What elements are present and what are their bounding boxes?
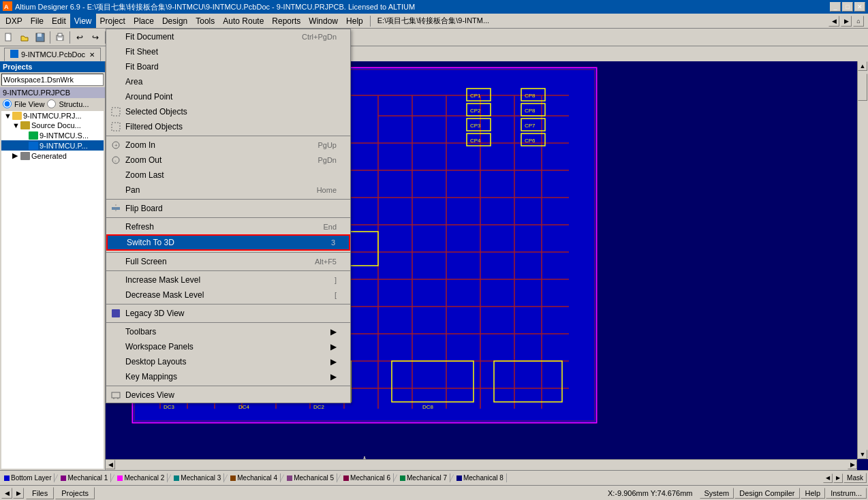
- minimize-button[interactable]: _: [830, 2, 841, 12]
- menu-zoom-in[interactable]: + Zoom In PgUp: [106, 138, 350, 153]
- tb-save[interactable]: [33, 30, 48, 45]
- nav-back[interactable]: ◀: [828, 16, 839, 27]
- maximize-button[interactable]: □: [842, 2, 853, 12]
- close-button[interactable]: ✕: [854, 2, 865, 12]
- menu-window[interactable]: Window: [305, 14, 342, 28]
- tb-new[interactable]: [1, 30, 16, 45]
- switch-to-3d-shortcut: 3: [317, 238, 335, 247]
- menu-area[interactable]: Area: [106, 74, 350, 89]
- btn-help[interactable]: Help: [801, 488, 826, 499]
- scroll-down[interactable]: ▼: [858, 450, 867, 459]
- menu-project[interactable]: Project: [96, 14, 129, 28]
- layer-mech1[interactable]: Mechanical 1: [58, 473, 111, 482]
- tb-open[interactable]: [17, 30, 32, 45]
- workspace-panels-label: Workspace Panels: [125, 342, 193, 351]
- menu-selected-objects[interactable]: Selected Objects: [106, 104, 350, 119]
- menu-filtered-objects[interactable]: Filtered Objects: [106, 119, 350, 134]
- scroll-left[interactable]: ◀: [106, 460, 115, 469]
- menu-key-mappings[interactable]: Key Mappings ▶: [106, 369, 350, 384]
- menu-refresh[interactable]: Refresh End: [106, 219, 350, 234]
- menu-decrease-mask[interactable]: Decrease Mask Level [: [106, 287, 350, 302]
- svg-rect-112: [112, 123, 120, 131]
- layer-mech8[interactable]: Mechanical 8: [454, 473, 507, 482]
- layer-mech3[interactable]: Mechanical 3: [171, 473, 224, 482]
- menu-full-screen[interactable]: Full Screen Alt+F5: [106, 254, 350, 269]
- decrease-mask-shortcut: [: [321, 291, 337, 299]
- tab-files[interactable]: Files: [26, 487, 54, 499]
- tree-item-pcb[interactable]: ▶ 9-INTMCU.P...: [1, 140, 104, 151]
- nav-prev-btn[interactable]: ◀: [1, 488, 12, 499]
- nav-next-btn[interactable]: ▶: [13, 488, 24, 499]
- workspace-input[interactable]: [1, 74, 104, 86]
- menu-zoom-out[interactable]: - Zoom Out PgDn: [106, 153, 350, 168]
- tab-projects[interactable]: Projects: [55, 487, 95, 499]
- nav-forward[interactable]: ▶: [841, 16, 852, 27]
- layer-mech5[interactable]: Mechanical 5: [284, 473, 337, 482]
- tree-item-sch[interactable]: ▶ 9-INTMCU.S...: [1, 130, 104, 140]
- menu-help[interactable]: Help: [342, 14, 367, 28]
- menu-legacy-3d[interactable]: Legacy 3D View: [106, 306, 350, 321]
- tree-item-source[interactable]: ▼ Source Docu...: [1, 121, 104, 130]
- menu-design[interactable]: Design: [158, 14, 191, 28]
- scrollbar-horizontal[interactable]: ◀ ▶: [106, 459, 857, 470]
- project-label: 9-INTMCU.PRJPCB: [3, 89, 70, 97]
- scrollbar-vertical[interactable]: ▲ ▼: [857, 61, 868, 459]
- menu-autoroute[interactable]: Auto Route: [219, 14, 268, 28]
- layer-mech2[interactable]: Mechanical 2: [114, 473, 168, 482]
- menu-sep-6: [106, 304, 350, 304]
- menu-toolbars[interactable]: Toolbars ▶: [106, 324, 350, 339]
- tb-print[interactable]: [52, 30, 67, 45]
- layer-mech7[interactable]: Mechanical 7: [397, 473, 450, 482]
- svg-text:CP6: CP6: [525, 138, 536, 144]
- menu-workspace-panels[interactable]: Workspace Panels ▶: [106, 339, 350, 354]
- menu-switch-to-3d[interactable]: Switch To 3D 3: [106, 234, 350, 251]
- menu-zoom-last[interactable]: Zoom Last: [106, 168, 350, 183]
- layer-bottom[interactable]: Bottom Layer: [1, 473, 55, 482]
- btn-design-compiler[interactable]: Design Compiler: [734, 488, 799, 499]
- tb-redo[interactable]: ↪: [88, 30, 103, 45]
- menu-dxp[interactable]: DXP: [1, 14, 27, 28]
- menu-fit-document[interactable]: Fit Document Ctrl+PgDn: [106, 29, 350, 44]
- menu-tools[interactable]: Tools: [191, 14, 219, 28]
- desktop-layouts-arrow: ▶: [330, 357, 337, 366]
- menu-around-point[interactable]: Around Point: [106, 89, 350, 104]
- nav-home[interactable]: ⌂: [853, 16, 864, 27]
- layer-bottom-label: Bottom Layer: [11, 474, 51, 482]
- menu-desktop-layouts[interactable]: Desktop Layouts ▶: [106, 354, 350, 369]
- scroll-up[interactable]: ▲: [858, 61, 867, 71]
- tree-item-generated[interactable]: ▶ Generated: [1, 151, 104, 161]
- struct-view-radio[interactable]: [47, 99, 56, 108]
- layer-scroll-left[interactable]: ◀: [823, 473, 833, 483]
- menu-reports[interactable]: Reports: [268, 14, 305, 28]
- menu-fit-sheet[interactable]: Fit Sheet: [106, 44, 350, 59]
- refresh-label: Refresh: [125, 222, 154, 232]
- menu-devices-view[interactable]: Devices View: [106, 388, 350, 403]
- toolbars-label: Toolbars: [125, 327, 156, 337]
- mask-button[interactable]: Mask: [843, 473, 867, 483]
- menu-view[interactable]: View: [70, 14, 96, 28]
- menu-fit-board[interactable]: Fit Board: [106, 59, 350, 74]
- menu-file[interactable]: File: [27, 14, 48, 28]
- tree-expand-source: ▼: [12, 121, 19, 129]
- scroll-thumb-v[interactable]: [858, 74, 867, 101]
- file-view-radio[interactable]: [3, 99, 12, 108]
- tb-undo[interactable]: ↩: [72, 30, 87, 45]
- svg-text:DC8: DC8: [422, 404, 434, 410]
- tab-close-icon[interactable]: ✕: [89, 51, 95, 59]
- tree-item-project[interactable]: ▼ 9-INTMCU.PRJ...: [1, 111, 104, 121]
- layer-mech4[interactable]: Mechanical 4: [228, 473, 281, 482]
- menu-increase-mask[interactable]: Increase Mask Level ]: [106, 272, 350, 287]
- flip-board-icon: [110, 203, 121, 214]
- btn-system[interactable]: System: [700, 488, 734, 499]
- layer-scroll-right[interactable]: ▶: [833, 473, 843, 483]
- menu-pan[interactable]: Pan Home: [106, 183, 350, 198]
- layer-mech8-label: Mechanical 8: [463, 474, 503, 482]
- scroll-right[interactable]: ▶: [848, 460, 857, 469]
- menu-place[interactable]: Place: [129, 14, 158, 28]
- pcb-tab[interactable]: 9-INTMCU.PcbDoc ✕: [4, 48, 101, 61]
- menu-edit[interactable]: Edit: [48, 14, 70, 28]
- menu-flip-board[interactable]: Flip Board: [106, 201, 350, 216]
- layer-mech6[interactable]: Mechanical 6: [341, 473, 394, 482]
- tree-source-label: Source Docu...: [31, 121, 81, 129]
- btn-instrm[interactable]: Instrum...: [826, 488, 867, 499]
